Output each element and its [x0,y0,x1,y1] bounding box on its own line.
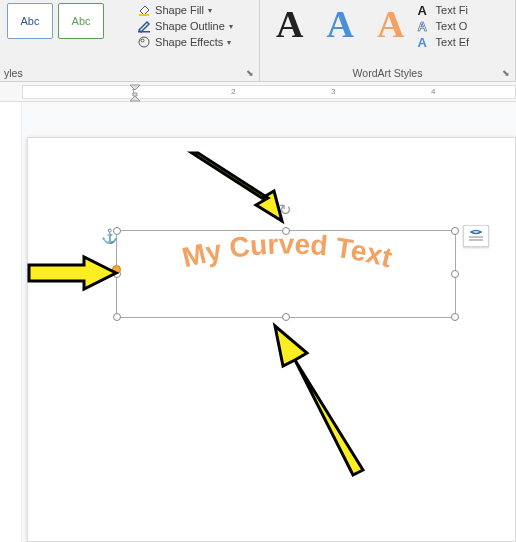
shape-style-swatch[interactable]: Abc [7,3,53,39]
ruler-track: 1 2 3 4 [22,85,516,99]
shape-outline-button[interactable]: Shape Outline▾ [137,18,233,34]
vertical-ruler[interactable] [0,102,22,542]
resize-handle[interactable] [113,313,121,321]
wordart-styles-label: WordArt Styles [260,67,515,79]
horizontal-ruler[interactable]: 1 2 3 4 [0,82,516,102]
document-canvas: ⚓ ↻ My Curved Text [22,102,516,542]
ribbon: Abc Abc Shape Fill▾ Shape Outline▾ Shape… [0,0,516,82]
wordart-selection-box[interactable]: ⚓ ↻ My Curved Text [116,230,456,318]
shape-style-swatch[interactable]: Abc [58,3,104,39]
wordart-text-commands: A Text Fi A Text O A Text Ef [418,2,470,50]
dialog-launcher-icon[interactable]: ⬊ [246,68,256,78]
text-effects-label: Text Ef [436,36,470,48]
shape-fill-button[interactable]: Shape Fill▾ [137,2,233,18]
annotation-arrow [178,143,298,233]
svg-point-3 [141,39,144,42]
paint-bucket-icon [137,3,151,17]
wordart-preset[interactable]: A [266,2,313,46]
svg-rect-1 [138,31,150,33]
svg-point-2 [139,37,149,47]
shape-styles-gallery[interactable]: Abc Abc [6,2,128,40]
page[interactable]: ⚓ ↻ My Curved Text [27,137,516,542]
shape-styles-label: yles [0,67,259,79]
svg-rect-0 [139,14,149,16]
text-outline-button[interactable]: A Text O [418,18,470,34]
wordart-preset[interactable]: A [367,2,414,46]
dialog-launcher-icon[interactable]: ⬊ [502,68,512,78]
text-effects-icon: A [418,35,432,49]
shape-fill-label: Shape Fill [155,4,204,16]
text-outline-icon: A [418,19,432,33]
pen-outline-icon [137,19,151,33]
ruler-tick: 2 [231,87,235,96]
text-fill-label: Text Fi [436,4,468,16]
shape-styles-group: Abc Abc Shape Fill▾ Shape Outline▾ Shape… [0,0,260,81]
shape-effects-button[interactable]: Shape Effects▾ [137,34,233,50]
text-effects-button[interactable]: A Text Ef [418,34,470,50]
svg-text:My Curved Text: My Curved Text [179,231,395,273]
resize-handle[interactable] [113,227,121,235]
wordart-text[interactable]: My Curved Text [117,231,457,319]
wordart-gallery[interactable]: A A A [266,2,414,46]
annotation-arrow [253,320,383,480]
resize-handle[interactable] [451,270,459,278]
text-fill-icon: A [418,3,432,17]
ruler-tick: 4 [431,87,435,96]
layout-options-button[interactable] [463,225,489,247]
ruler-tick: 3 [331,87,335,96]
effects-icon [137,35,151,49]
shape-effects-label: Shape Effects [155,36,223,48]
annotation-arrow [24,253,124,293]
text-outline-label: Text O [436,20,468,32]
shape-outline-label: Shape Outline [155,20,225,32]
resize-handle[interactable] [451,227,459,235]
resize-handle[interactable] [451,313,459,321]
wordart-styles-group: A A A A Text Fi A Text O A Text Ef WordA… [260,0,516,81]
shape-commands: Shape Fill▾ Shape Outline▾ Shape Effects… [137,2,233,50]
layout-options-icon [467,229,485,243]
indent-marker-icon[interactable] [129,84,141,102]
wordart-preset[interactable]: A [317,2,364,46]
text-fill-button[interactable]: A Text Fi [418,2,470,18]
